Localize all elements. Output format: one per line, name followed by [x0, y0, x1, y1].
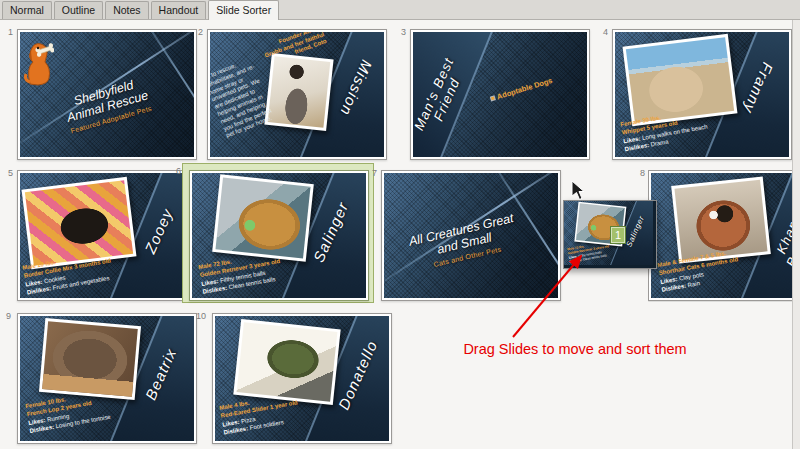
- slide-1-title: Shelbyfield Animal Rescue Featured Adopt…: [61, 74, 153, 134]
- slide-9-number: 9: [6, 311, 11, 321]
- slide-3-thumbnail[interactable]: Man's Best Friend Adoptable Dogs: [410, 29, 590, 160]
- tab-outline[interactable]: Outline: [54, 1, 103, 19]
- slide-8-clip: Male & Female 7 & 5 lbs. Shorthair Cats …: [648, 170, 793, 302]
- dog-clipart-icon: [24, 38, 54, 86]
- slide-9-canvas: Female 10 lbs. French Lop 2 years old Li…: [20, 316, 194, 441]
- slide-6-photo: [212, 174, 314, 261]
- slide-3-bullet: Adoptable Dogs: [490, 75, 553, 102]
- slide-7-canvas: All Creatures Great and Small Cats and O…: [384, 173, 558, 298]
- slide-2-number: 2: [198, 27, 203, 37]
- slide-2-canvas: Founder Amelia Grubb and her faithful fr…: [210, 32, 384, 157]
- slide-7-title: All Creatures Great and Small Cats and O…: [408, 211, 521, 273]
- slide-5-canvas: Male 10 lbs. Border Collie Mix 3 months …: [20, 173, 194, 298]
- slide-4-canvas: Female 30 lbs. Whippet 5 years old Likes…: [615, 32, 789, 157]
- drag-ghost-stats: Male 72 lbs. Golden Retriever 3 years ol…: [567, 240, 611, 264]
- slide-8-canvas: Male & Female 7 & 5 lbs. Shorthair Cats …: [651, 173, 793, 298]
- slide-8-thumbnail[interactable]: Male & Female 7 & 5 lbs. Shorthair Cats …: [648, 170, 793, 301]
- slide-4-number: 4: [603, 27, 608, 37]
- slide-10-thumbnail[interactable]: Male 4 lbs. Red-Eared Slider 1 year old …: [212, 313, 392, 444]
- drag-ghost-canvas: Male 72 lbs. Golden Retriever 3 years ol…: [564, 201, 653, 265]
- slide-9-thumbnail[interactable]: Female 10 lbs. French Lop 2 years old Li…: [17, 313, 197, 444]
- tab-normal[interactable]: Normal: [2, 1, 52, 19]
- slide-6-canvas: Male 72 lbs. Golden Retriever 3 years ol…: [192, 173, 366, 298]
- slide-10-canvas: Male 4 lbs. Red-Eared Slider 1 year old …: [215, 316, 389, 441]
- slide-10-stats: Male 4 lbs. Red-Eared Slider 1 year old …: [219, 391, 302, 438]
- drag-ghost-slide-6[interactable]: Male 72 lbs. Golden Retriever 3 years ol…: [563, 200, 657, 269]
- annotation-text: Drag Slides to move and sort them: [440, 341, 710, 357]
- slide-sorter-window: Normal Outline Notes Handout Slide Sorte…: [0, 0, 800, 449]
- slide-1-thumbnail[interactable]: Shelbyfield Animal Rescue Featured Adopt…: [17, 29, 197, 160]
- slide-3-number: 3: [401, 27, 406, 37]
- slide-6-thumbnail[interactable]: Male 72 lbs. Golden Retriever 3 years ol…: [189, 170, 369, 301]
- slide-2-thumbnail[interactable]: Founder Amelia Grubb and her faithful fr…: [207, 29, 387, 160]
- tab-notes[interactable]: Notes: [105, 1, 148, 19]
- slide-7-thumbnail[interactable]: All Creatures Great and Small Cats and O…: [381, 170, 561, 301]
- vertical-scrollbar[interactable]: [792, 20, 800, 449]
- tab-slide-sorter[interactable]: Slide Sorter: [208, 0, 279, 20]
- mouse-cursor-icon: [571, 180, 587, 202]
- view-tab-bar: Normal Outline Notes Handout Slide Sorte…: [0, 0, 800, 20]
- slide-3-canvas: Man's Best Friend Adoptable Dogs: [413, 32, 587, 157]
- slide-9-photo: [39, 318, 141, 400]
- tab-handout[interactable]: Handout: [151, 1, 207, 19]
- slide-10-number: 10: [196, 311, 206, 321]
- bullet-icon: [490, 96, 494, 100]
- slide-5-number: 5: [8, 168, 13, 178]
- slide-4-thumbnail[interactable]: Female 30 lbs. Whippet 5 years old Likes…: [612, 29, 792, 160]
- slide-1-canvas: Shelbyfield Animal Rescue Featured Adopt…: [20, 32, 194, 157]
- slide-1-number: 1: [8, 27, 13, 37]
- slide-8-number: 8: [640, 168, 645, 178]
- slide-6-stats: Male 72 lbs. Golden Retriever 3 years ol…: [198, 250, 284, 297]
- slide-9-stats: Female 10 lbs. French Lop 2 years old Li…: [25, 389, 112, 436]
- slide-5-thumbnail[interactable]: Male 10 lbs. Border Collie Mix 3 months …: [17, 170, 197, 301]
- slide-8-stats: Male & Female 7 & 5 lbs. Shorthair Cats …: [657, 248, 742, 295]
- slide-6-number: 6: [176, 166, 181, 176]
- slide-7-number: 7: [372, 168, 377, 178]
- drag-count-badge: 1: [610, 226, 626, 244]
